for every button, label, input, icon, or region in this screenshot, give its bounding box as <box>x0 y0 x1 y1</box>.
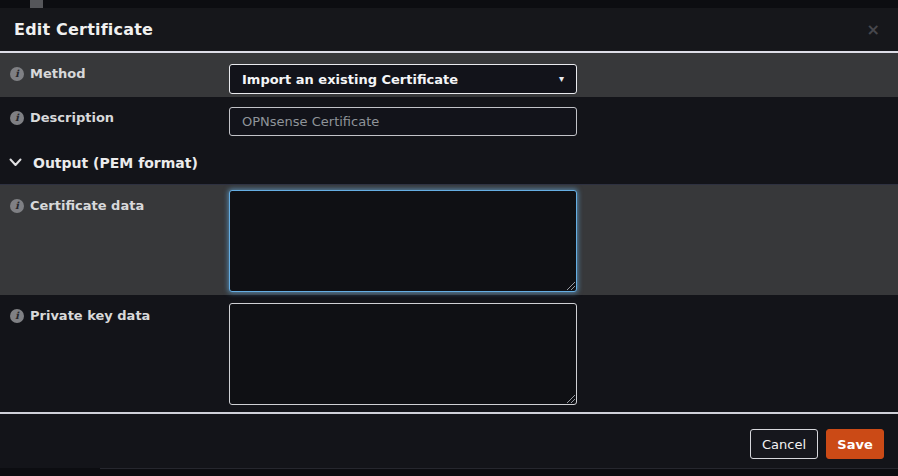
section-output-label: Output (PEM format) <box>33 155 198 171</box>
form-row-certificate-data: i Certificate data <box>0 184 898 295</box>
modal-footer: Cancel Save <box>0 414 898 468</box>
cancel-button[interactable]: Cancel <box>750 429 818 459</box>
description-label-cell: i Description <box>0 97 229 125</box>
description-input[interactable] <box>229 107 577 136</box>
certificate-data-textarea[interactable] <box>229 190 577 292</box>
method-label-cell: i Method <box>0 53 229 81</box>
page-behind-bottom <box>0 468 898 476</box>
info-icon[interactable]: i <box>10 199 24 213</box>
private-key-data-textarea[interactable] <box>229 303 577 405</box>
save-button[interactable]: Save <box>826 429 884 459</box>
method-select-value: Import an existing Certificate <box>242 72 458 87</box>
form-row-private-key-data: i Private key data <box>0 295 898 412</box>
private-key-data-label: Private key data <box>30 308 150 323</box>
close-icon[interactable]: × <box>863 20 884 40</box>
certificate-data-label-cell: i Certificate data <box>0 185 229 213</box>
page-behind-top <box>0 0 898 8</box>
section-output-pem[interactable]: Output (PEM format) <box>0 141 898 184</box>
form-row-method: i Method Import an existing Certificate … <box>0 53 898 97</box>
modal-header: Edit Certificate × <box>0 8 898 51</box>
certificate-data-label: Certificate data <box>30 198 144 213</box>
chevron-down-icon[interactable] <box>9 158 22 167</box>
screen: Edit Certificate × i Method Import an ex… <box>0 0 898 476</box>
method-select[interactable]: Import an existing Certificate ▾ <box>229 64 577 94</box>
background-button-fragment <box>30 0 43 8</box>
background-edge-fragment <box>100 468 898 469</box>
description-label: Description <box>30 110 114 125</box>
method-label: Method <box>30 66 85 81</box>
page-title: Edit Certificate <box>14 20 153 39</box>
edit-certificate-modal: Edit Certificate × i Method Import an ex… <box>0 8 898 468</box>
private-key-data-label-cell: i Private key data <box>0 295 229 323</box>
info-icon[interactable]: i <box>10 309 24 323</box>
caret-down-icon: ▾ <box>559 74 564 84</box>
info-icon[interactable]: i <box>10 111 24 125</box>
info-icon[interactable]: i <box>10 67 24 81</box>
form-row-description: i Description <box>0 97 898 141</box>
